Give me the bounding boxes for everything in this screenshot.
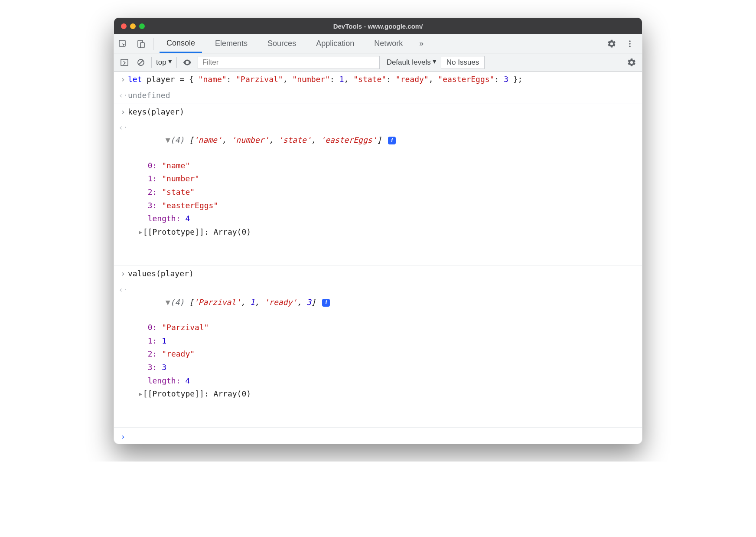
array-summary[interactable]: ▼(4) ['name', 'number', 'state', 'easter… bbox=[166, 135, 382, 144]
devtools-window: DevTools - www.google.com/ Console Eleme… bbox=[114, 17, 642, 444]
chevron-down-icon: ▾ bbox=[433, 57, 437, 66]
show-console-sidebar-icon[interactable] bbox=[118, 56, 130, 69]
console-result: undefined bbox=[128, 89, 638, 102]
svg-point-3 bbox=[629, 40, 631, 42]
tab-network[interactable]: Network bbox=[367, 34, 410, 53]
console-output: › let player = { "name": "Parzival", "nu… bbox=[114, 72, 642, 444]
window-title: DevTools - www.google.com/ bbox=[114, 23, 642, 30]
settings-icon[interactable] bbox=[606, 38, 618, 50]
levels-label: Default levels bbox=[387, 58, 431, 67]
console-result-row: ‹· undefined bbox=[114, 88, 642, 104]
filter-field bbox=[198, 56, 380, 69]
console-settings-icon[interactable] bbox=[626, 56, 638, 69]
array-prototype[interactable]: ▸[[Prototype]]: Array(0) bbox=[138, 387, 638, 401]
context-label: top bbox=[156, 58, 166, 67]
input-chevron-icon: › bbox=[118, 106, 128, 116]
issues-button[interactable]: No Issues bbox=[441, 56, 485, 69]
array-result[interactable]: ▼(4) ['Parzival', 1, 'ready', 3] i 0: "P… bbox=[128, 284, 638, 426]
array-item[interactable]: 3: "easterEggs" bbox=[138, 199, 638, 213]
array-item[interactable]: 1: "number" bbox=[138, 172, 638, 186]
console-result-row: ‹· ▼(4) ['Parzival', 1, 'ready', 3] i 0:… bbox=[114, 282, 642, 428]
console-toolbar: top ▾ Default levels ▾ No Issues bbox=[114, 53, 642, 72]
array-prototype[interactable]: ▸[[Prototype]]: Array(0) bbox=[138, 226, 638, 239]
inspect-element-icon[interactable] bbox=[117, 38, 129, 50]
array-item[interactable]: 2: "ready" bbox=[138, 347, 638, 361]
panel-tabs: Console Elements Sources Application Net… bbox=[114, 34, 642, 53]
tabs-more-button[interactable]: » bbox=[416, 34, 427, 53]
clear-console-icon[interactable] bbox=[135, 56, 147, 69]
array-item[interactable]: 2: "state" bbox=[138, 186, 638, 199]
console-code: values(player) bbox=[128, 268, 638, 280]
console-code: let player = { "name": "Parzival", "numb… bbox=[128, 73, 638, 86]
array-expansion: 0: "name" 1: "number" 2: "state" 3: "eas… bbox=[128, 159, 638, 239]
array-length[interactable]: length: 4 bbox=[138, 374, 638, 388]
tab-console[interactable]: Console bbox=[160, 34, 202, 53]
device-toggle-icon[interactable] bbox=[135, 38, 147, 50]
traffic-lights bbox=[114, 23, 145, 29]
live-expression-eye-icon[interactable] bbox=[181, 56, 193, 69]
window-titlebar: DevTools - www.google.com/ bbox=[114, 18, 642, 34]
array-result[interactable]: ▼(4) ['name', 'number', 'state', 'easter… bbox=[128, 121, 638, 264]
prompt-chevron-icon: › bbox=[118, 431, 128, 441]
svg-line-8 bbox=[139, 60, 143, 64]
svg-point-5 bbox=[629, 46, 631, 47]
filter-input[interactable] bbox=[198, 56, 380, 69]
console-prompt[interactable]: › bbox=[114, 428, 642, 444]
input-chevron-icon: › bbox=[118, 73, 128, 84]
console-code: keys(player) bbox=[128, 106, 638, 118]
tab-elements[interactable]: Elements bbox=[208, 34, 254, 53]
output-chevron-icon: ‹· bbox=[118, 89, 128, 100]
console-input-row[interactable]: › keys(player) bbox=[114, 104, 642, 120]
info-icon[interactable]: i bbox=[388, 137, 396, 144]
array-item[interactable]: 0: "name" bbox=[138, 159, 638, 173]
tab-application[interactable]: Application bbox=[309, 34, 361, 53]
svg-point-4 bbox=[629, 43, 631, 45]
maximize-window-button[interactable] bbox=[139, 23, 145, 29]
output-chevron-icon: ‹· bbox=[118, 284, 128, 294]
console-result-row: ‹· ▼(4) ['name', 'number', 'state', 'eas… bbox=[114, 120, 642, 266]
console-input-row[interactable]: › let player = { "name": "Parzival", "nu… bbox=[114, 72, 642, 88]
tab-sources[interactable]: Sources bbox=[261, 34, 303, 53]
svg-rect-2 bbox=[140, 43, 144, 48]
close-window-button[interactable] bbox=[121, 23, 127, 29]
array-item[interactable]: 3: 3 bbox=[138, 361, 638, 374]
console-input-row[interactable]: › values(player) bbox=[114, 266, 642, 282]
array-expansion: 0: "Parzival" 1: 1 2: "ready" 3: 3 lengt… bbox=[128, 321, 638, 401]
array-item[interactable]: 1: 1 bbox=[138, 334, 638, 348]
context-selector[interactable]: top ▾ bbox=[156, 58, 172, 67]
array-summary[interactable]: ▼(4) ['Parzival', 1, 'ready', 3] bbox=[166, 298, 316, 307]
output-chevron-icon: ‹· bbox=[118, 121, 128, 132]
log-levels-selector[interactable]: Default levels ▾ bbox=[387, 58, 437, 67]
array-length[interactable]: length: 4 bbox=[138, 212, 638, 226]
info-icon[interactable]: i bbox=[322, 299, 330, 307]
input-chevron-icon: › bbox=[118, 268, 128, 278]
chevron-down-icon: ▾ bbox=[168, 57, 172, 66]
minimize-window-button[interactable] bbox=[130, 23, 136, 29]
array-item[interactable]: 0: "Parzival" bbox=[138, 321, 638, 334]
kebab-menu-icon[interactable] bbox=[624, 38, 636, 50]
